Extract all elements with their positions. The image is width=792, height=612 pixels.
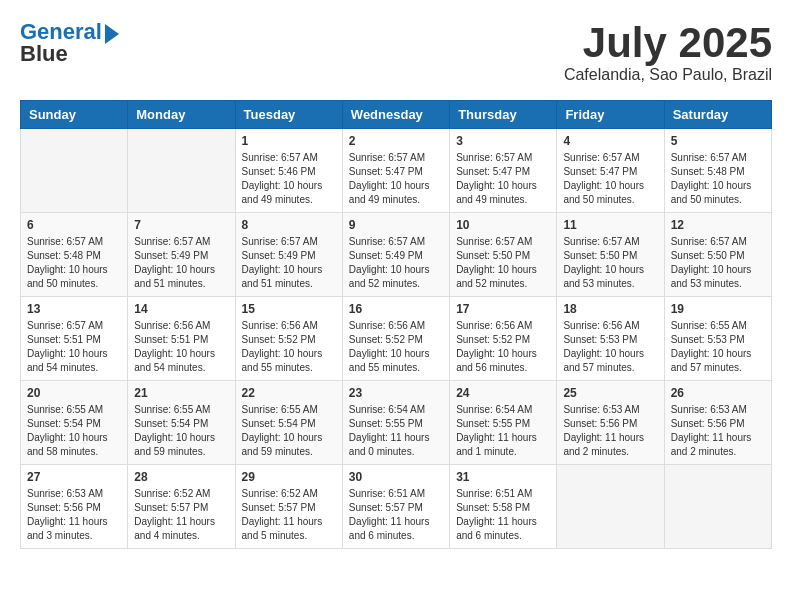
day-cell: 25Sunrise: 6:53 AMSunset: 5:56 PMDayligh…	[557, 381, 664, 465]
day-number: 23	[349, 386, 443, 400]
day-cell: 11Sunrise: 6:57 AMSunset: 5:50 PMDayligh…	[557, 213, 664, 297]
day-number: 22	[242, 386, 336, 400]
day-info: Sunrise: 6:55 AMSunset: 5:54 PMDaylight:…	[242, 403, 336, 459]
day-info: Sunrise: 6:57 AMSunset: 5:48 PMDaylight:…	[27, 235, 121, 291]
day-info: Sunrise: 6:56 AMSunset: 5:53 PMDaylight:…	[563, 319, 657, 375]
day-number: 17	[456, 302, 550, 316]
day-info: Sunrise: 6:52 AMSunset: 5:57 PMDaylight:…	[242, 487, 336, 543]
weekday-header-tuesday: Tuesday	[235, 101, 342, 129]
day-cell: 7Sunrise: 6:57 AMSunset: 5:49 PMDaylight…	[128, 213, 235, 297]
day-cell: 13Sunrise: 6:57 AMSunset: 5:51 PMDayligh…	[21, 297, 128, 381]
logo-text-line2: Blue	[20, 42, 119, 66]
day-info: Sunrise: 6:56 AMSunset: 5:52 PMDaylight:…	[456, 319, 550, 375]
day-cell: 16Sunrise: 6:56 AMSunset: 5:52 PMDayligh…	[342, 297, 449, 381]
day-cell: 15Sunrise: 6:56 AMSunset: 5:52 PMDayligh…	[235, 297, 342, 381]
day-number: 31	[456, 470, 550, 484]
day-info: Sunrise: 6:54 AMSunset: 5:55 PMDaylight:…	[456, 403, 550, 459]
day-info: Sunrise: 6:57 AMSunset: 5:47 PMDaylight:…	[456, 151, 550, 207]
day-info: Sunrise: 6:57 AMSunset: 5:50 PMDaylight:…	[563, 235, 657, 291]
day-cell: 21Sunrise: 6:55 AMSunset: 5:54 PMDayligh…	[128, 381, 235, 465]
day-cell: 6Sunrise: 6:57 AMSunset: 5:48 PMDaylight…	[21, 213, 128, 297]
day-cell: 2Sunrise: 6:57 AMSunset: 5:47 PMDaylight…	[342, 129, 449, 213]
day-number: 2	[349, 134, 443, 148]
day-info: Sunrise: 6:57 AMSunset: 5:51 PMDaylight:…	[27, 319, 121, 375]
week-row-3: 13Sunrise: 6:57 AMSunset: 5:51 PMDayligh…	[21, 297, 772, 381]
week-row-5: 27Sunrise: 6:53 AMSunset: 5:56 PMDayligh…	[21, 465, 772, 549]
day-number: 10	[456, 218, 550, 232]
day-number: 18	[563, 302, 657, 316]
week-row-2: 6Sunrise: 6:57 AMSunset: 5:48 PMDaylight…	[21, 213, 772, 297]
calendar-table: SundayMondayTuesdayWednesdayThursdayFrid…	[20, 100, 772, 549]
week-row-1: 1Sunrise: 6:57 AMSunset: 5:46 PMDaylight…	[21, 129, 772, 213]
day-cell: 19Sunrise: 6:55 AMSunset: 5:53 PMDayligh…	[664, 297, 771, 381]
day-cell: 30Sunrise: 6:51 AMSunset: 5:57 PMDayligh…	[342, 465, 449, 549]
day-cell: 9Sunrise: 6:57 AMSunset: 5:49 PMDaylight…	[342, 213, 449, 297]
day-cell: 1Sunrise: 6:57 AMSunset: 5:46 PMDaylight…	[235, 129, 342, 213]
day-info: Sunrise: 6:56 AMSunset: 5:51 PMDaylight:…	[134, 319, 228, 375]
day-number: 29	[242, 470, 336, 484]
day-number: 27	[27, 470, 121, 484]
day-info: Sunrise: 6:55 AMSunset: 5:53 PMDaylight:…	[671, 319, 765, 375]
day-cell: 4Sunrise: 6:57 AMSunset: 5:47 PMDaylight…	[557, 129, 664, 213]
day-number: 4	[563, 134, 657, 148]
day-info: Sunrise: 6:54 AMSunset: 5:55 PMDaylight:…	[349, 403, 443, 459]
weekday-header-row: SundayMondayTuesdayWednesdayThursdayFrid…	[21, 101, 772, 129]
day-number: 24	[456, 386, 550, 400]
day-number: 14	[134, 302, 228, 316]
day-info: Sunrise: 6:57 AMSunset: 5:48 PMDaylight:…	[671, 151, 765, 207]
day-info: Sunrise: 6:52 AMSunset: 5:57 PMDaylight:…	[134, 487, 228, 543]
weekday-header-thursday: Thursday	[450, 101, 557, 129]
weekday-header-saturday: Saturday	[664, 101, 771, 129]
day-number: 6	[27, 218, 121, 232]
day-number: 3	[456, 134, 550, 148]
day-info: Sunrise: 6:53 AMSunset: 5:56 PMDaylight:…	[27, 487, 121, 543]
day-cell: 18Sunrise: 6:56 AMSunset: 5:53 PMDayligh…	[557, 297, 664, 381]
day-cell	[128, 129, 235, 213]
weekday-header-monday: Monday	[128, 101, 235, 129]
day-cell	[557, 465, 664, 549]
day-cell: 17Sunrise: 6:56 AMSunset: 5:52 PMDayligh…	[450, 297, 557, 381]
day-cell: 22Sunrise: 6:55 AMSunset: 5:54 PMDayligh…	[235, 381, 342, 465]
day-info: Sunrise: 6:57 AMSunset: 5:49 PMDaylight:…	[242, 235, 336, 291]
day-number: 11	[563, 218, 657, 232]
title-block: July 2025 Cafelandia, Sao Paulo, Brazil	[564, 20, 772, 84]
week-row-4: 20Sunrise: 6:55 AMSunset: 5:54 PMDayligh…	[21, 381, 772, 465]
day-info: Sunrise: 6:57 AMSunset: 5:50 PMDaylight:…	[456, 235, 550, 291]
weekday-header-wednesday: Wednesday	[342, 101, 449, 129]
day-info: Sunrise: 6:57 AMSunset: 5:46 PMDaylight:…	[242, 151, 336, 207]
logo-arrow-icon	[105, 24, 119, 44]
day-info: Sunrise: 6:57 AMSunset: 5:47 PMDaylight:…	[563, 151, 657, 207]
day-cell: 27Sunrise: 6:53 AMSunset: 5:56 PMDayligh…	[21, 465, 128, 549]
day-cell: 12Sunrise: 6:57 AMSunset: 5:50 PMDayligh…	[664, 213, 771, 297]
day-number: 9	[349, 218, 443, 232]
day-cell: 14Sunrise: 6:56 AMSunset: 5:51 PMDayligh…	[128, 297, 235, 381]
day-number: 8	[242, 218, 336, 232]
day-cell: 10Sunrise: 6:57 AMSunset: 5:50 PMDayligh…	[450, 213, 557, 297]
day-number: 28	[134, 470, 228, 484]
weekday-header-sunday: Sunday	[21, 101, 128, 129]
weekday-header-friday: Friday	[557, 101, 664, 129]
day-info: Sunrise: 6:57 AMSunset: 5:47 PMDaylight:…	[349, 151, 443, 207]
day-cell: 24Sunrise: 6:54 AMSunset: 5:55 PMDayligh…	[450, 381, 557, 465]
day-info: Sunrise: 6:56 AMSunset: 5:52 PMDaylight:…	[349, 319, 443, 375]
day-info: Sunrise: 6:51 AMSunset: 5:57 PMDaylight:…	[349, 487, 443, 543]
day-cell: 8Sunrise: 6:57 AMSunset: 5:49 PMDaylight…	[235, 213, 342, 297]
logo: General Blue	[20, 20, 119, 66]
day-info: Sunrise: 6:57 AMSunset: 5:50 PMDaylight:…	[671, 235, 765, 291]
day-number: 19	[671, 302, 765, 316]
location: Cafelandia, Sao Paulo, Brazil	[564, 66, 772, 84]
day-number: 12	[671, 218, 765, 232]
day-number: 26	[671, 386, 765, 400]
day-number: 1	[242, 134, 336, 148]
day-number: 16	[349, 302, 443, 316]
day-number: 7	[134, 218, 228, 232]
day-info: Sunrise: 6:57 AMSunset: 5:49 PMDaylight:…	[134, 235, 228, 291]
day-number: 25	[563, 386, 657, 400]
day-cell	[21, 129, 128, 213]
page-header: General Blue July 2025 Cafelandia, Sao P…	[20, 20, 772, 84]
day-cell: 26Sunrise: 6:53 AMSunset: 5:56 PMDayligh…	[664, 381, 771, 465]
day-info: Sunrise: 6:55 AMSunset: 5:54 PMDaylight:…	[134, 403, 228, 459]
day-info: Sunrise: 6:51 AMSunset: 5:58 PMDaylight:…	[456, 487, 550, 543]
day-cell	[664, 465, 771, 549]
day-cell: 5Sunrise: 6:57 AMSunset: 5:48 PMDaylight…	[664, 129, 771, 213]
